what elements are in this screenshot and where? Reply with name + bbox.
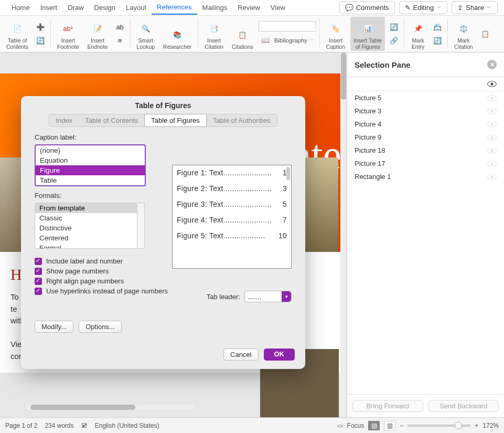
bring-forward-button[interactable]: Bring Forward	[352, 400, 423, 412]
tab-view[interactable]: View	[265, 1, 291, 14]
zoom-out-button[interactable]: −	[400, 422, 403, 429]
share-button[interactable]: ⇪ Share ﹀	[452, 1, 498, 14]
add-text-button[interactable]: ➕	[35, 22, 46, 33]
insert-table-of-figures-button[interactable]: 📊 Insert Table of Figures	[350, 17, 385, 51]
tab-insert[interactable]: Insert	[35, 1, 63, 14]
eye-icon[interactable]	[487, 173, 497, 181]
vertical-scrollbar[interactable]	[340, 52, 347, 417]
tab-table-of-authorities[interactable]: Table of Authorities	[207, 114, 277, 127]
language-indicator[interactable]: English (United States)	[95, 422, 159, 429]
tab-table-of-figures[interactable]: Table of Figures	[144, 114, 207, 127]
eye-icon[interactable]	[487, 147, 497, 154]
insert-citation-label: Insert Citation	[205, 37, 223, 50]
options-button[interactable]: Options...	[79, 321, 122, 333]
selection-item[interactable]: Picture 5	[347, 91, 504, 104]
list-item[interactable]: Formal	[35, 243, 137, 249]
update-tof-button[interactable]: 🔄	[388, 22, 400, 33]
update-index-button[interactable]: 🔄	[432, 35, 443, 47]
include-label-checkbox[interactable]	[35, 258, 42, 265]
show-page-numbers-checkbox[interactable]	[35, 268, 42, 275]
svg-point-11	[490, 149, 493, 152]
zoom-in-button[interactable]: +	[475, 422, 478, 429]
insert-caption-button[interactable]: 🏷️ Insert Caption	[323, 17, 348, 51]
list-item[interactable]: From template	[35, 203, 137, 213]
tab-design[interactable]: Design	[89, 1, 121, 14]
researcher-button[interactable]: 📚 Researcher	[160, 17, 195, 51]
next-footnote-button[interactable]: ab	[114, 22, 126, 33]
web-layout-view[interactable]: ▥	[384, 421, 395, 430]
list-item[interactable]: Centered	[35, 233, 137, 243]
smart-lookup-button[interactable]: 🔍 Smart Lookup	[134, 17, 158, 51]
item-label: Picture 9	[355, 133, 381, 141]
selection-item[interactable]: Picture 3	[347, 104, 504, 118]
ok-button[interactable]: OK	[264, 348, 295, 361]
insert-index-button[interactable]: 📇	[432, 22, 443, 33]
eye-icon[interactable]	[487, 134, 497, 141]
eye-icon[interactable]	[487, 160, 497, 167]
cancel-button[interactable]: Cancel	[223, 348, 258, 361]
list-item[interactable]: Table	[36, 175, 145, 185]
selection-item[interactable]: Picture 4	[347, 118, 504, 131]
mark-citation-button[interactable]: ⚖️ Mark Citation	[451, 17, 476, 51]
send-backward-button[interactable]: Send Backward	[428, 400, 499, 412]
editing-button[interactable]: ✎ Editing ﹀	[399, 1, 448, 14]
caption-label-listbox[interactable]: (none) Equation Figure Table	[35, 144, 146, 186]
eye-icon[interactable]	[487, 94, 497, 102]
formats-listbox[interactable]: From template Classic Distinctive Center…	[35, 203, 137, 249]
cross-ref-button[interactable]: 🔗	[388, 35, 400, 47]
close-pane-button[interactable]: ✕	[487, 60, 497, 69]
horizontal-scrollbar[interactable]	[26, 405, 194, 410]
tab-layout[interactable]: Layout	[121, 1, 152, 14]
tab-mailings[interactable]: Mailings	[197, 1, 233, 14]
tab-table-of-contents[interactable]: Table of Contents	[79, 114, 144, 127]
endnote-label: Insert Endnote	[87, 37, 108, 50]
show-notes-button[interactable]: ≡	[114, 35, 126, 47]
preview-scrollbar[interactable]	[286, 167, 290, 180]
list-item[interactable]: Distinctive	[35, 223, 137, 233]
focus-mode-button[interactable]: Focus	[347, 422, 364, 429]
share-label: Share	[466, 4, 484, 12]
formats-scrollbar[interactable]	[137, 203, 145, 249]
caption-label: Caption label:	[35, 133, 146, 141]
tab-leader-select[interactable]: ....... ▾	[244, 291, 292, 302]
insert-toa-button[interactable]: 📋	[479, 28, 491, 40]
tab-draw[interactable]: Draw	[62, 1, 89, 14]
print-layout-view[interactable]: ▤	[368, 421, 380, 430]
update-toc-button[interactable]: 🔄	[35, 35, 46, 47]
selection-item[interactable]: Picture 9	[347, 131, 504, 144]
list-item[interactable]: (none)	[36, 145, 145, 155]
style-dropdown[interactable]	[259, 21, 316, 31]
modify-button[interactable]: Modify...	[35, 321, 73, 333]
list-item[interactable]: Figure	[36, 165, 145, 175]
list-item[interactable]: Equation	[36, 155, 145, 165]
list-item[interactable]: Classic	[35, 213, 137, 223]
tab-references[interactable]: References	[152, 1, 197, 15]
word-count[interactable]: 234 words	[45, 422, 73, 429]
zoom-slider[interactable]	[408, 425, 470, 427]
tab-review[interactable]: Review	[232, 1, 265, 14]
bibliography-button[interactable]: Bibliography	[274, 37, 307, 44]
toc-button[interactable]: 📄 Table of Contents	[3, 17, 31, 51]
right-align-checkbox[interactable]	[35, 278, 42, 285]
scrollbar-thumb[interactable]	[341, 52, 346, 100]
use-hyperlinks-checkbox[interactable]	[35, 288, 42, 295]
selection-item[interactable]: Rectangle 1	[347, 170, 504, 183]
insert-endnote-button[interactable]: 📝 Insert Endnote	[84, 17, 111, 51]
mark-entry-button[interactable]: 📌 Mark Entry	[408, 17, 428, 51]
scrollbar-thumb[interactable]	[30, 405, 135, 410]
comments-button[interactable]: 💬 Comments	[339, 1, 395, 14]
eye-icon[interactable]	[487, 121, 497, 128]
slider-thumb[interactable]	[455, 422, 462, 429]
zoom-level[interactable]: 172%	[482, 422, 499, 429]
tab-index[interactable]: Index	[49, 114, 79, 127]
selection-item[interactable]: Picture 18	[347, 144, 504, 157]
eye-icon[interactable]	[487, 108, 497, 115]
selection-item[interactable]: Picture 17	[347, 157, 504, 170]
insert-citation-button[interactable]: 📑 Insert Citation	[201, 17, 227, 51]
tab-home[interactable]: Home	[6, 1, 35, 14]
page-indicator[interactable]: Page 1 of 2	[5, 422, 37, 429]
insert-footnote-button[interactable]: ab¹ Insert Footnote	[54, 17, 82, 51]
show-all-button[interactable]	[487, 80, 497, 88]
citations-button[interactable]: 📋 Citations	[229, 17, 256, 51]
spellcheck-icon[interactable]: 🗹	[81, 422, 88, 429]
